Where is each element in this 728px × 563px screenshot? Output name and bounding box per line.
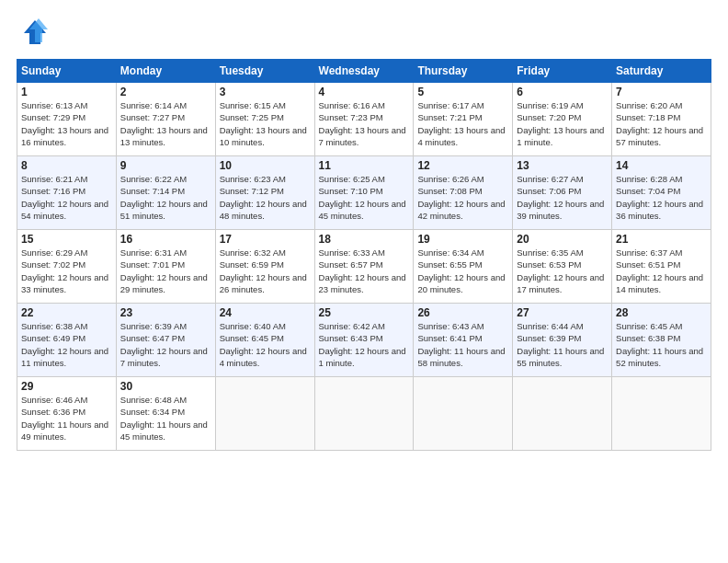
calendar-header-sunday: Sunday (17, 60, 117, 83)
day-info: Sunrise: 6:44 AMSunset: 6:39 PMDaylight:… (517, 320, 608, 369)
day-info: Sunrise: 6:19 AMSunset: 7:20 PMDaylight:… (517, 99, 608, 148)
calendar-cell: 11Sunrise: 6:25 AMSunset: 7:10 PMDayligh… (314, 156, 414, 230)
logo-area (17, 17, 53, 50)
day-info: Sunrise: 6:23 AMSunset: 7:12 PMDaylight:… (220, 173, 311, 222)
day-info: Sunrise: 6:21 AMSunset: 7:16 PMDaylight:… (21, 173, 112, 222)
day-number: 20 (517, 233, 608, 246)
day-number: 22 (21, 306, 112, 319)
day-info: Sunrise: 6:35 AMSunset: 6:53 PMDaylight:… (517, 247, 608, 295)
day-number: 1 (21, 86, 112, 98)
day-number: 21 (616, 233, 707, 246)
calendar-cell: 27Sunrise: 6:44 AMSunset: 6:39 PMDayligh… (513, 304, 612, 377)
day-info: Sunrise: 6:17 AMSunset: 7:21 PMDaylight:… (417, 99, 508, 148)
day-info: Sunrise: 6:33 AMSunset: 6:57 PMDaylight:… (319, 247, 410, 295)
calendar-cell: 5Sunrise: 6:17 AMSunset: 7:21 PMDaylight… (414, 83, 513, 156)
day-number: 28 (616, 306, 707, 319)
day-info: Sunrise: 6:39 AMSunset: 6:47 PMDaylight:… (120, 320, 211, 369)
calendar-header-saturday: Saturday (612, 60, 711, 83)
day-info: Sunrise: 6:45 AMSunset: 6:38 PMDaylight:… (616, 320, 707, 369)
calendar-cell: 17Sunrise: 6:32 AMSunset: 6:59 PMDayligh… (215, 230, 314, 304)
day-info: Sunrise: 6:26 AMSunset: 7:08 PMDaylight:… (417, 173, 508, 222)
calendar-cell: 4Sunrise: 6:16 AMSunset: 7:23 PMDaylight… (314, 83, 414, 156)
day-number: 15 (21, 233, 112, 246)
calendar-cell: 18Sunrise: 6:33 AMSunset: 6:57 PMDayligh… (314, 230, 414, 304)
day-number: 8 (21, 159, 112, 172)
calendar-cell: 26Sunrise: 6:43 AMSunset: 6:41 PMDayligh… (414, 304, 513, 377)
calendar-header-friday: Friday (513, 60, 612, 83)
day-number: 9 (120, 159, 211, 172)
day-number: 2 (120, 86, 211, 98)
calendar-cell (612, 377, 711, 451)
day-info: Sunrise: 6:16 AMSunset: 7:23 PMDaylight:… (319, 99, 410, 148)
calendar-cell: 3Sunrise: 6:15 AMSunset: 7:25 PMDaylight… (215, 83, 314, 156)
page: SundayMondayTuesdayWednesdayThursdayFrid… (0, 0, 728, 563)
calendar-week-3: 15Sunrise: 6:29 AMSunset: 7:02 PMDayligh… (17, 230, 711, 304)
calendar-cell: 1Sunrise: 6:13 AMSunset: 7:29 PMDaylight… (17, 83, 117, 156)
day-number: 27 (517, 306, 608, 319)
calendar-cell (314, 377, 414, 451)
header (17, 17, 711, 50)
day-info: Sunrise: 6:38 AMSunset: 6:49 PMDaylight:… (21, 320, 112, 369)
day-info: Sunrise: 6:42 AMSunset: 6:43 PMDaylight:… (319, 320, 410, 369)
day-number: 7 (616, 86, 707, 98)
day-number: 26 (417, 306, 508, 319)
day-number: 16 (120, 233, 211, 246)
day-number: 18 (319, 233, 410, 246)
day-info: Sunrise: 6:48 AMSunset: 6:34 PMDaylight:… (120, 394, 211, 442)
calendar-cell: 22Sunrise: 6:38 AMSunset: 6:49 PMDayligh… (17, 304, 117, 377)
day-number: 30 (120, 380, 211, 393)
day-info: Sunrise: 6:15 AMSunset: 7:25 PMDaylight:… (220, 99, 311, 148)
calendar-cell (414, 377, 513, 451)
calendar-cell: 24Sunrise: 6:40 AMSunset: 6:45 PMDayligh… (215, 304, 314, 377)
calendar-cell: 19Sunrise: 6:34 AMSunset: 6:55 PMDayligh… (414, 230, 513, 304)
day-number: 14 (616, 159, 707, 172)
calendar-header-thursday: Thursday (414, 60, 513, 83)
day-info: Sunrise: 6:29 AMSunset: 7:02 PMDaylight:… (21, 247, 112, 295)
day-info: Sunrise: 6:14 AMSunset: 7:27 PMDaylight:… (120, 99, 211, 148)
calendar-week-5: 29Sunrise: 6:46 AMSunset: 6:36 PMDayligh… (17, 377, 711, 451)
day-info: Sunrise: 6:28 AMSunset: 7:04 PMDaylight:… (616, 173, 707, 222)
calendar-cell: 15Sunrise: 6:29 AMSunset: 7:02 PMDayligh… (17, 230, 117, 304)
calendar-week-4: 22Sunrise: 6:38 AMSunset: 6:49 PMDayligh… (17, 304, 711, 377)
calendar-cell: 8Sunrise: 6:21 AMSunset: 7:16 PMDaylight… (17, 156, 117, 230)
day-number: 6 (517, 86, 608, 98)
calendar-week-2: 8Sunrise: 6:21 AMSunset: 7:16 PMDaylight… (17, 156, 711, 230)
day-number: 17 (220, 233, 311, 246)
calendar-header-wednesday: Wednesday (314, 60, 414, 83)
day-info: Sunrise: 6:31 AMSunset: 7:01 PMDaylight:… (120, 247, 211, 295)
calendar-cell: 6Sunrise: 6:19 AMSunset: 7:20 PMDaylight… (513, 83, 612, 156)
day-number: 23 (120, 306, 211, 319)
calendar-cell: 7Sunrise: 6:20 AMSunset: 7:18 PMDaylight… (612, 83, 711, 156)
calendar-cell (215, 377, 314, 451)
day-info: Sunrise: 6:43 AMSunset: 6:41 PMDaylight:… (417, 320, 508, 369)
day-number: 24 (220, 306, 311, 319)
calendar: SundayMondayTuesdayWednesdayThursdayFrid… (17, 59, 711, 451)
calendar-cell: 2Sunrise: 6:14 AMSunset: 7:27 PMDaylight… (116, 83, 215, 156)
day-info: Sunrise: 6:20 AMSunset: 7:18 PMDaylight:… (616, 99, 707, 148)
day-info: Sunrise: 6:46 AMSunset: 6:36 PMDaylight:… (21, 394, 112, 442)
day-number: 25 (319, 306, 410, 319)
day-number: 3 (220, 86, 311, 98)
calendar-body: 1Sunrise: 6:13 AMSunset: 7:29 PMDaylight… (17, 83, 711, 451)
calendar-header-monday: Monday (116, 60, 215, 83)
day-number: 10 (220, 159, 311, 172)
day-number: 12 (417, 159, 508, 172)
day-info: Sunrise: 6:13 AMSunset: 7:29 PMDaylight:… (21, 99, 112, 148)
day-info: Sunrise: 6:37 AMSunset: 6:51 PMDaylight:… (616, 247, 707, 295)
day-number: 5 (417, 86, 508, 98)
day-number: 4 (319, 86, 410, 98)
day-info: Sunrise: 6:27 AMSunset: 7:06 PMDaylight:… (517, 173, 608, 222)
day-number: 11 (319, 159, 410, 172)
calendar-cell: 10Sunrise: 6:23 AMSunset: 7:12 PMDayligh… (215, 156, 314, 230)
calendar-cell: 28Sunrise: 6:45 AMSunset: 6:38 PMDayligh… (612, 304, 711, 377)
calendar-cell: 29Sunrise: 6:46 AMSunset: 6:36 PMDayligh… (17, 377, 117, 451)
day-info: Sunrise: 6:32 AMSunset: 6:59 PMDaylight:… (220, 247, 311, 295)
calendar-cell: 20Sunrise: 6:35 AMSunset: 6:53 PMDayligh… (513, 230, 612, 304)
day-info: Sunrise: 6:22 AMSunset: 7:14 PMDaylight:… (120, 173, 211, 222)
calendar-cell: 25Sunrise: 6:42 AMSunset: 6:43 PMDayligh… (314, 304, 414, 377)
calendar-week-1: 1Sunrise: 6:13 AMSunset: 7:29 PMDaylight… (17, 83, 711, 156)
calendar-cell: 13Sunrise: 6:27 AMSunset: 7:06 PMDayligh… (513, 156, 612, 230)
day-number: 19 (417, 233, 508, 246)
calendar-cell: 23Sunrise: 6:39 AMSunset: 6:47 PMDayligh… (116, 304, 215, 377)
calendar-cell: 12Sunrise: 6:26 AMSunset: 7:08 PMDayligh… (414, 156, 513, 230)
